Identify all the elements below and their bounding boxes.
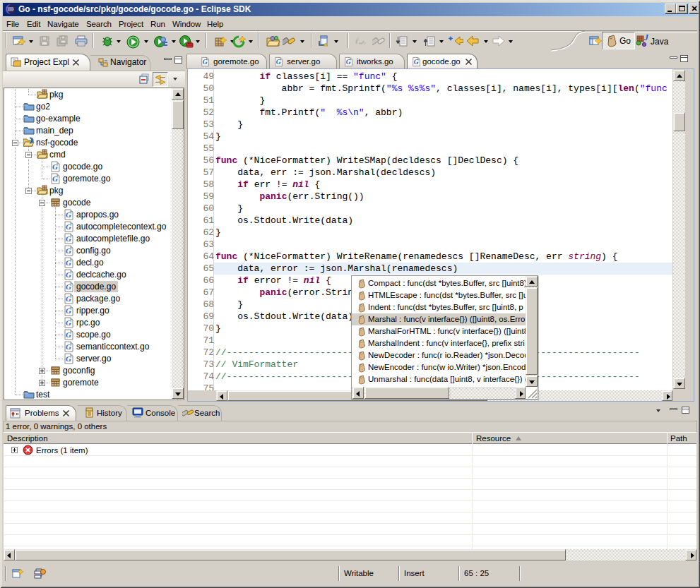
svg-text:J: J (643, 34, 649, 42)
